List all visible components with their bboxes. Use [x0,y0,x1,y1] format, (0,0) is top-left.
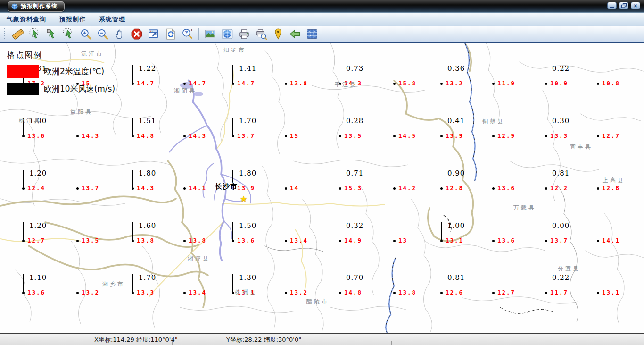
map-place-label: 湘阴县 [174,87,197,95]
location-pin-icon [272,28,284,40]
select-dotted-icon [29,28,41,40]
station-dot-icon [597,83,599,85]
menu-forecast-production[interactable]: 预报制作 [59,15,86,24]
wind-speed-value: 0.73 [346,64,363,73]
temperature-value: 12.8 [446,185,463,192]
identify-query-button[interactable]: ? ± [180,26,195,42]
minimize-button[interactable] [607,2,617,9]
menu-weather-data-query[interactable]: 气象资料查询 [7,15,46,24]
station-dot-icon [597,187,599,190]
temperature-value: 14.8 [344,289,362,296]
wind-speed-value: 1.00 [447,221,465,230]
map-place-label: 桃江县 [19,117,41,125]
city-star-icon: ★ [240,195,247,203]
refresh-page-button[interactable] [163,26,178,42]
station-dot-icon [545,292,547,294]
back-arrow-button[interactable] [287,26,303,42]
print-button[interactable] [236,26,252,42]
print-preview-button[interactable] [253,26,269,42]
temperature-value: 14.7 [189,80,206,87]
location-pin-button[interactable] [270,26,286,42]
wind-speed-value: 1.10 [29,273,47,282]
map-place-label: 铜鼓县 [482,118,505,126]
globe-view-icon [221,28,233,40]
wind-speed-value: 1.80 [239,169,256,177]
station-dot-icon [76,240,79,242]
status-separator [391,341,392,345]
legend-swatch-wind [7,83,39,95]
window-export-icon [148,28,160,40]
menu-system-management[interactable]: 系统管理 [99,15,125,24]
station-dot-icon [183,83,186,85]
window-controls: ✕ [607,2,640,9]
temperature-value: 13 [398,237,407,244]
close-icon: ✕ [634,3,637,8]
pan-hand-button[interactable] [112,26,127,42]
print-preview-icon [255,28,267,40]
temperature-value: 13.7 [82,185,99,192]
temperature-value: 14.1 [189,185,206,192]
close-button[interactable]: ✕ [631,2,640,9]
station-dot-icon [339,135,341,137]
temperature-value: 10.8 [602,80,620,87]
stop-cancel-button[interactable] [129,26,144,42]
map-place-label: 醴陵市 [306,298,329,306]
temperature-value: 13.9 [446,132,463,139]
wind-speed-value: 1.51 [139,117,156,125]
map-place-label: 宜丰县 [570,143,593,151]
wind-speed-value: 0.22 [552,64,570,73]
status-separator [500,341,500,345]
select-dotted-button[interactable] [27,26,42,42]
wind-speed-value: 0.70 [346,273,363,282]
station-dot-icon [285,135,287,137]
wind-barb-icon [232,222,233,240]
station-dot-icon [285,292,287,294]
wind-speed-value: 1.60 [139,221,156,230]
zoom-out-button[interactable] [95,26,110,42]
map-place-label: 分宜县 [558,265,580,273]
station-dot-icon [76,187,79,190]
station-dot-icon [183,187,186,190]
temperature-value: 14.7 [237,80,255,87]
temperature-value: 13.6 [497,185,515,192]
temperature-value: 14.2 [398,185,416,192]
window-export-button[interactable] [146,26,161,42]
identify-query-icon: ? ± [182,28,194,40]
station-dot-icon [393,135,396,137]
toolbar-grip[interactable] [4,28,5,40]
temperature-value: 13.6 [237,237,255,244]
refresh-page-icon [165,28,177,40]
station-dot-icon [597,135,599,137]
export-image-button[interactable] [202,26,218,42]
temperature-value: 14.3 [82,132,99,139]
temperature-value: 13.8 [137,237,155,244]
restore-button[interactable] [619,2,628,9]
temperature-value: 12.6 [446,289,463,296]
temperature-value: 13.7 [550,237,568,244]
zoom-in-button[interactable] [78,26,93,42]
wind-speed-value: 1.20 [29,221,47,230]
temperature-value: 12.7 [497,289,515,296]
globe-view-button[interactable] [219,26,235,42]
legend-swatch-temperature [7,65,39,78]
temperature-value: 14.8 [137,132,155,139]
station-dot-icon [183,135,186,137]
station-dot-icon [393,292,396,294]
back-arrow-icon [289,28,301,40]
map-place-label: 万载县 [513,204,536,212]
temperature-value: 12.7 [27,237,45,244]
map-view[interactable]: 17.21.611514.71.2214.714.71.4113.814.30.… [0,43,644,333]
print-icon [238,28,250,40]
svg-text:±: ± [190,28,193,33]
select-lasso-button[interactable] [61,26,76,42]
measure-ruler-button[interactable] [10,26,25,42]
wind-barb-icon [23,170,24,188]
station-dot-icon [492,187,495,190]
grid-overlay-button[interactable] [304,26,320,42]
temperature-value: 13.9 [237,185,255,192]
wind-speed-value: 0.30 [552,117,570,125]
wind-speed-value: 0.90 [447,169,465,177]
station-dot-icon [440,135,443,137]
status-bar: X坐标:114.29 经度:110°0'4" Y坐标:28.22 纬度:30°0… [0,333,644,345]
select-square-button[interactable] [44,26,59,42]
